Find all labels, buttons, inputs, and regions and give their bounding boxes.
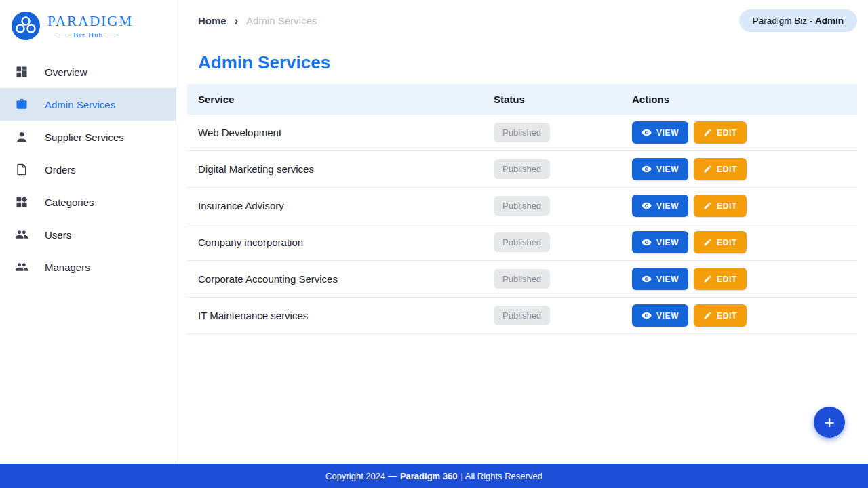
main-content: Home › Admin Services Paradigm Biz - Adm… xyxy=(176,0,868,464)
service-name: IT Maintenance services xyxy=(187,303,483,328)
footer: Copyright 2024 — Paradigm 360 | All Righ… xyxy=(0,464,868,488)
column-header-service: Service xyxy=(187,84,483,115)
footer-copyright-prefix: Copyright 2024 — xyxy=(326,471,397,481)
paradigm-logo-icon xyxy=(11,11,41,41)
status-badge: Published xyxy=(494,196,550,216)
sidebar-item-label: Users xyxy=(45,229,71,241)
status-badge: Published xyxy=(494,269,550,289)
plus-icon: + xyxy=(824,413,834,431)
sidebar-item-label: Overview xyxy=(45,66,87,78)
table-row: Digital Marketing services Published VIE… xyxy=(187,151,857,188)
topbar: Home › Admin Services Paradigm Biz - Adm… xyxy=(176,0,868,32)
managers-group-icon xyxy=(14,259,30,275)
supplier-person-icon xyxy=(14,129,30,145)
add-service-fab[interactable]: + xyxy=(814,407,845,438)
edit-button[interactable]: EDIT xyxy=(694,195,747,217)
edit-button[interactable]: EDIT xyxy=(694,158,747,180)
sidebar-item-label: Categories xyxy=(45,197,94,208)
app-shell: PARADIGM Biz Hub Overview Admin Services xyxy=(0,0,868,464)
sidebar-item-orders[interactable]: Orders xyxy=(0,153,176,186)
breadcrumb-home-link[interactable]: Home xyxy=(198,15,226,26)
brand-text: PARADIGM Biz Hub xyxy=(47,13,133,39)
edit-button[interactable]: EDIT xyxy=(694,268,747,290)
view-button[interactable]: VIEW xyxy=(632,121,688,144)
pencil-icon xyxy=(703,128,712,137)
account-badge-prefix: Paradigm Biz - xyxy=(753,16,815,26)
orders-document-icon xyxy=(14,161,30,178)
eye-icon xyxy=(642,310,652,321)
sidebar-item-label: Orders xyxy=(45,164,76,176)
breadcrumb-current: Admin Services xyxy=(246,15,317,26)
brand-name: PARADIGM xyxy=(47,13,133,30)
sidebar-item-supplier-services[interactable]: Supplier Services xyxy=(0,121,176,153)
briefcase-icon xyxy=(14,96,30,113)
dashboard-grid-icon xyxy=(14,64,30,80)
column-header-actions: Actions xyxy=(621,84,857,115)
service-name: Digital Marketing services xyxy=(187,157,483,182)
view-button[interactable]: VIEW xyxy=(632,304,688,327)
account-badge: Paradigm Biz - Admin xyxy=(739,9,857,32)
eye-icon xyxy=(642,164,652,174)
categories-widgets-icon xyxy=(14,194,30,210)
sidebar-nav: Overview Admin Services Supplier Service… xyxy=(0,56,176,283)
status-badge: Published xyxy=(494,232,550,252)
breadcrumb-chevron-icon: › xyxy=(235,15,238,27)
status-badge: Published xyxy=(494,306,550,325)
pencil-icon xyxy=(703,201,712,210)
service-name: Corporate Accounting Services xyxy=(187,266,483,291)
table-row: Insurance Advisory Published VIEW EDIT xyxy=(187,188,857,224)
brand-tagline: Biz Hub xyxy=(47,30,133,39)
footer-copyright-suffix: | All Rights Reserved xyxy=(460,471,542,481)
account-badge-role: Admin xyxy=(815,16,844,26)
eye-icon xyxy=(642,127,652,138)
pencil-icon xyxy=(703,274,712,283)
eye-icon xyxy=(642,201,652,211)
column-header-status: Status xyxy=(483,84,621,115)
breadcrumb: Home › Admin Services xyxy=(198,15,317,27)
status-badge: Published xyxy=(494,159,550,179)
eye-icon xyxy=(642,274,652,284)
status-badge: Published xyxy=(494,123,550,142)
sidebar-item-managers[interactable]: Managers xyxy=(0,251,176,283)
sidebar-item-admin-services[interactable]: Admin Services xyxy=(0,88,176,121)
service-name: Insurance Advisory xyxy=(187,193,483,218)
service-name: Company incorporation xyxy=(187,230,483,255)
users-group-icon xyxy=(14,226,30,243)
view-button[interactable]: VIEW xyxy=(632,268,688,290)
table-header-row: Service Status Actions xyxy=(187,84,857,115)
sidebar-item-label: Admin Services xyxy=(45,99,115,110)
table-row: Web Development Published VIEW EDIT xyxy=(187,115,857,151)
sidebar-item-label: Supplier Services xyxy=(45,131,124,143)
pencil-icon xyxy=(703,311,712,320)
page-title: Admin Services xyxy=(198,52,868,73)
eye-icon xyxy=(642,237,652,247)
service-name: Web Development xyxy=(187,120,483,145)
sidebar: PARADIGM Biz Hub Overview Admin Services xyxy=(0,0,176,464)
footer-brand: Paradigm 360 xyxy=(400,471,458,481)
sidebar-item-categories[interactable]: Categories xyxy=(0,186,176,218)
pencil-icon xyxy=(703,165,712,174)
table-row: Company incorporation Published VIEW EDI… xyxy=(187,224,857,261)
view-button[interactable]: VIEW xyxy=(632,158,688,180)
sidebar-item-label: Managers xyxy=(45,262,90,273)
edit-button[interactable]: EDIT xyxy=(694,231,747,253)
services-table: Service Status Actions Web Development P… xyxy=(187,84,857,334)
sidebar-item-overview[interactable]: Overview xyxy=(0,56,176,88)
edit-button[interactable]: EDIT xyxy=(694,121,747,144)
view-button[interactable]: VIEW xyxy=(632,231,688,253)
edit-button[interactable]: EDIT xyxy=(694,304,747,327)
view-button[interactable]: VIEW xyxy=(632,195,688,217)
sidebar-item-users[interactable]: Users xyxy=(0,218,176,251)
brand-logo: PARADIGM Biz Hub xyxy=(0,0,176,50)
pencil-icon xyxy=(703,238,712,247)
table-row: IT Maintenance services Published VIEW E… xyxy=(187,298,857,334)
table-row: Corporate Accounting Services Published … xyxy=(187,261,857,298)
